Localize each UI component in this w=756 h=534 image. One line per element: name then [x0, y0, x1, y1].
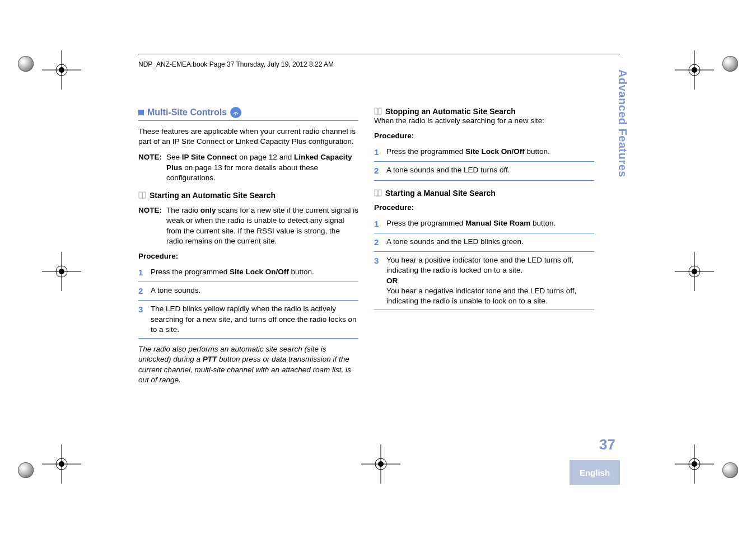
print-bead-icon — [722, 56, 738, 72]
step-number: 2 — [138, 285, 145, 297]
procedure-label: Procedure: — [374, 203, 594, 212]
registration-mark-icon — [42, 252, 81, 291]
step-number: 3 — [374, 255, 381, 306]
procedure-step: 1 Press the programmed Manual Site Roam … — [374, 215, 594, 233]
svg-point-22 — [689, 458, 700, 470]
print-bead-icon — [18, 462, 34, 478]
registration-mark-icon — [42, 444, 81, 484]
step-rule — [374, 310, 594, 310]
svg-point-3 — [59, 67, 64, 73]
step-text: Press the programmed Manual Site Roam bu… — [386, 218, 594, 229]
section-rule — [138, 120, 358, 121]
section-heading: Multi-Site Controls — [138, 107, 358, 118]
step-number: 1 — [374, 218, 381, 229]
procedure-step: 2 A tone sounds and the LED turns off. — [374, 162, 594, 180]
print-bead-icon — [18, 56, 34, 72]
note-block: NOTE: See IP Site Connect on page 12 and… — [138, 152, 358, 183]
context-text: When the radio is actively searching for… — [374, 116, 594, 126]
registration-mark-icon — [675, 252, 714, 291]
step-text: Press the programmed Site Lock On/Off bu… — [151, 267, 358, 278]
footnote-text: The radio also performs an automatic sit… — [138, 344, 358, 385]
svg-point-7 — [692, 67, 697, 73]
document-header: NDP_ANZ-EMEA.book Page 37 Thursday, July… — [138, 60, 334, 68]
step-number: 1 — [138, 267, 145, 278]
subheading-title: Stopping an Automatic Site Search — [385, 107, 516, 116]
note-label: NOTE: — [138, 152, 162, 183]
step-text: A tone sounds. — [151, 285, 358, 297]
svg-point-19 — [59, 461, 64, 467]
manual-icon — [374, 189, 382, 197]
svg-point-2 — [56, 64, 67, 76]
step-number: 2 — [374, 165, 381, 176]
step-number: 2 — [374, 237, 381, 248]
procedure-label: Procedure: — [374, 132, 594, 140]
note-text: See IP Site Connect on page 12 and Linke… — [166, 152, 358, 183]
procedure-step: 2 A tone sounds. — [138, 282, 358, 300]
svg-point-15 — [692, 269, 697, 274]
intro-text: These features are applicable when your … — [138, 127, 358, 147]
section-title: Multi-Site Controls — [147, 107, 227, 118]
svg-point-23 — [692, 461, 697, 467]
step-number: 3 — [138, 304, 145, 335]
subheading: Starting an Automatic Site Search — [138, 191, 358, 200]
step-text: A tone sounds and the LED turns off. — [386, 165, 594, 176]
svg-point-11 — [59, 269, 64, 274]
step-rule — [374, 180, 594, 181]
subheading-title: Starting a Manual Site Search — [385, 189, 496, 198]
step-number: 1 — [374, 147, 381, 158]
procedure-step: 3 You hear a positive indicator tone and… — [374, 252, 594, 310]
language-tab: English — [570, 460, 620, 485]
svg-point-6 — [689, 64, 700, 76]
step-text: Press the programmed Site Lock On/Off bu… — [386, 147, 594, 158]
svg-point-10 — [56, 266, 67, 277]
note-label: NOTE: — [138, 205, 162, 246]
manual-icon — [138, 191, 146, 199]
step-text: You hear a positive indicator tone and t… — [386, 255, 594, 306]
procedure-step: 2 A tone sounds and the LED blinks green… — [374, 233, 594, 251]
procedure-step: 3 The LED blinks yellow rapidly when the… — [138, 301, 358, 338]
page-number: 37 — [599, 436, 615, 453]
step-text: A tone sounds and the LED blinks green. — [386, 237, 594, 248]
step-text: The LED blinks yellow rapidly when the r… — [151, 304, 358, 335]
registration-mark-icon — [675, 50, 714, 90]
svg-point-18 — [56, 458, 67, 470]
note-text: The radio only scans for a new site if t… — [166, 205, 358, 246]
note-block: NOTE: The radio only scans for a new sit… — [138, 205, 358, 246]
svg-point-14 — [689, 266, 700, 277]
header-rule — [138, 54, 620, 54]
registration-mark-icon — [675, 444, 714, 484]
antenna-icon — [230, 107, 241, 118]
section-bullet-icon — [138, 110, 144, 115]
procedure-step: 1 Press the programmed Site Lock On/Off … — [138, 264, 358, 282]
procedure-step: 1 Press the programmed Site Lock On/Off … — [374, 143, 594, 161]
step-rule — [138, 338, 358, 339]
print-bead-icon — [722, 462, 738, 478]
subheading-title: Starting an Automatic Site Search — [150, 191, 276, 200]
subheading: Stopping an Automatic Site Search — [374, 107, 594, 116]
manual-icon — [374, 107, 382, 115]
registration-mark-icon — [42, 50, 81, 90]
procedure-label: Procedure: — [138, 252, 358, 260]
chapter-tab: Advanced Features — [616, 69, 629, 177]
subheading: Starting a Manual Site Search — [374, 189, 594, 198]
